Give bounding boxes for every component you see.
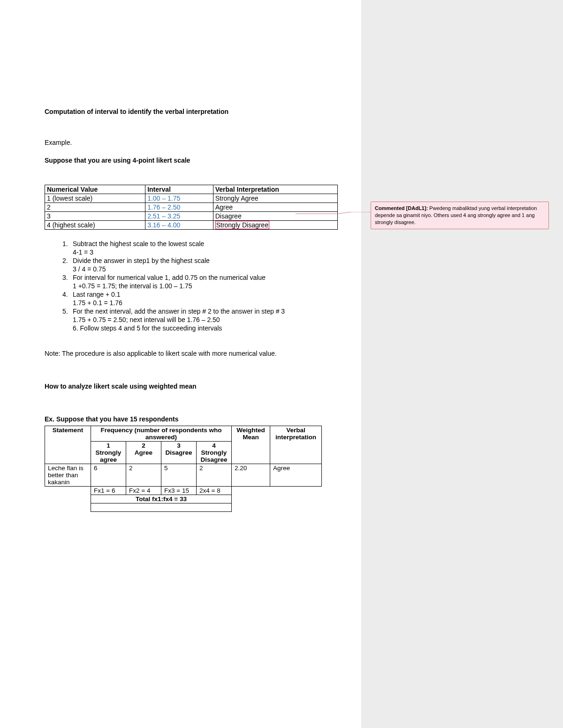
step-text: Subtract the highest scale to the lowest… [73, 240, 361, 248]
th-verbal-interpretation: Verbal interpretation [270, 426, 322, 464]
cell-v2: 2 [126, 464, 161, 487]
step-sub: 1.75 + 0.75 = 2.50; next interval will b… [73, 316, 361, 323]
cell-vi: Agree [270, 464, 322, 487]
cell-num: 4 (highest scale) [45, 221, 145, 230]
step-text: For interval for numerical value 1, add … [73, 274, 361, 281]
cell-fx2: Fx2 = 4 [126, 487, 161, 495]
step6: 6. Follow steps 4 and 5 for the succeedi… [73, 324, 361, 332]
step-sub: 4-1 = 3 [73, 248, 361, 256]
note-text: Note: The procedure is also applicable t… [45, 350, 361, 357]
th-col4: 4Strongly Disagree [197, 442, 232, 464]
th-col3: 3Disagree [161, 442, 197, 464]
step-num: 5. [62, 308, 73, 315]
cell-num: 1 (lowest scale) [45, 194, 145, 203]
step-text: Last range + 0.1 [73, 291, 361, 298]
example2-heading: Ex. Suppose that you have 15 respondents [45, 415, 361, 423]
cell-interval: 2.51 – 3.25 [145, 212, 213, 221]
cell-interval: 1.00 – 1.75 [145, 194, 213, 203]
cell-num: 2 [45, 203, 145, 212]
th-weighted-mean: Weighted Mean [232, 426, 270, 464]
section2-heading: How to analyze likert scale using weight… [45, 383, 361, 390]
comment-author: Commented [DAdL1]: [375, 205, 429, 211]
step-text: Divide the answer in step1 by the highes… [73, 257, 361, 264]
cell-verbal: Disagree [213, 212, 337, 221]
cell-verbal: Strongly Agree [213, 194, 337, 203]
th-col1: 1Strongly agree [91, 442, 126, 464]
table-row [45, 503, 322, 512]
steps-list: 1.Subtract the highest scale to the lowe… [62, 240, 361, 332]
table-row: 2 1.76 – 2.50 Agree [45, 203, 338, 212]
doc-title: Computation of interval to identify the … [45, 108, 361, 115]
commented-span: Strongly Disagree [215, 221, 269, 229]
example-label: Example. [45, 139, 361, 146]
cell-interval: 3.16 – 4.00 [145, 221, 213, 230]
cell-num: 3 [45, 212, 145, 221]
cell-verbal: Agree [213, 203, 337, 212]
cell-statement: Leche flan is better than kakanin [45, 464, 91, 487]
step-sub: 1 +0.75 = 1.75; the interval is 1.00 – 1… [73, 282, 361, 290]
th-statement: Statement [45, 426, 91, 464]
step-num: 2. [62, 257, 73, 264]
step-sub: 3 / 4 = 0.75 [73, 265, 361, 273]
interval-table: Numerical Value Interval Verbal Interpre… [45, 185, 338, 230]
cell-total: Total fx1:fx4 = 33 [91, 495, 232, 503]
th-numerical: Numerical Value [45, 185, 145, 194]
table-row: Fx1 = 6 Fx2 = 4 Fx3 = 15 2x4 = 8 [45, 487, 322, 495]
suppose-text: Suppose that you are using 4-point liker… [45, 157, 361, 164]
frequency-table: Statement Frequency (number of responden… [45, 426, 322, 512]
step-text: For the next interval, add the answer in… [73, 308, 361, 315]
cell-fx3: Fx3 = 15 [161, 487, 197, 495]
table-row: 1 (lowest scale) 1.00 – 1.75 Strongly Ag… [45, 194, 338, 203]
comment-balloon[interactable]: Commented [DAdL1]: Pwedeng mabaliktad yu… [371, 202, 549, 229]
cell-wm: 2.20 [232, 464, 270, 487]
table-row: 3 2.51 – 3.25 Disagree [45, 212, 338, 221]
step-num: 3. [62, 274, 73, 281]
cell-v3: 5 [161, 464, 197, 487]
cell-verbal-commented: Strongly Disagree [213, 221, 337, 230]
cell-fx1: Fx1 = 6 [91, 487, 126, 495]
step-sub: 1.75 + 0.1 = 1.76 [73, 299, 361, 307]
cell-v1: 6 [91, 464, 126, 487]
page: Computation of interval to identify the … [0, 0, 563, 728]
th-interval: Interval [145, 185, 213, 194]
step-num: 1. [62, 240, 73, 248]
cell-v4: 2 [197, 464, 232, 487]
th-col2: 2Agree [126, 442, 161, 464]
table-row: Total fx1:fx4 = 33 [45, 495, 322, 503]
cell-empty [91, 503, 232, 512]
step-num: 4. [62, 291, 73, 298]
comments-pane: Commented [DAdL1]: Pwedeng mabaliktad yu… [361, 0, 563, 728]
cell-fx4: 2x4 = 8 [197, 487, 232, 495]
table-row: 4 (highest scale) 3.16 – 4.00 Strongly D… [45, 221, 338, 230]
th-frequency: Frequency (number of respondents who ans… [91, 426, 232, 442]
table-row: Leche flan is better than kakanin 6 2 5 … [45, 464, 322, 487]
document-content: Computation of interval to identify the … [0, 0, 361, 728]
th-verbal: Verbal Interpretation [213, 185, 337, 194]
cell-interval: 1.76 – 2.50 [145, 203, 213, 212]
